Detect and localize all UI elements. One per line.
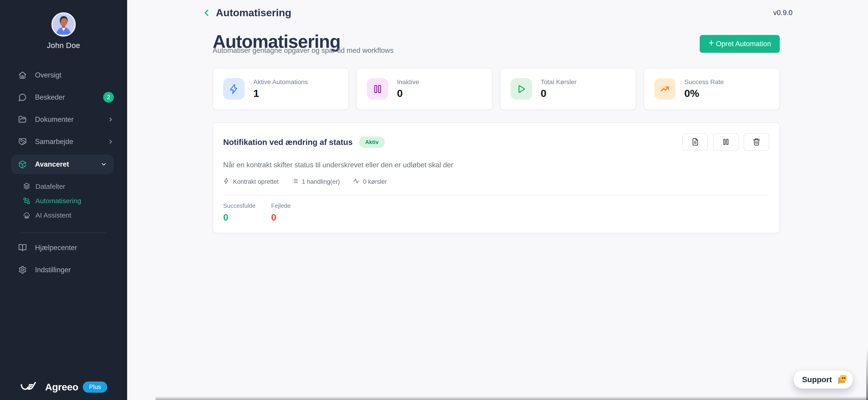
activity-icon bbox=[353, 178, 360, 186]
sidebar-item-label: Oversigt bbox=[35, 71, 61, 79]
unread-count-badge: 2 bbox=[103, 92, 114, 103]
sidebar-item-automatisering[interactable]: Automatisering bbox=[23, 194, 127, 208]
support-button[interactable]: Support bbox=[794, 370, 853, 389]
stat-value: 1 bbox=[253, 88, 308, 99]
app-root: John Doe Oversigt Beskeder 2 Doku bbox=[0, 0, 868, 400]
play-icon bbox=[510, 78, 532, 100]
folder-open-icon bbox=[18, 115, 27, 124]
successful-label: Succesfulde bbox=[223, 202, 256, 209]
agreeo-logo-icon bbox=[20, 381, 42, 393]
workflow-icon bbox=[23, 197, 30, 205]
sidebar-item-label: Datafelter bbox=[35, 182, 65, 190]
layers-icon bbox=[23, 182, 30, 190]
stat-card-success-rate: Success Rate 0% bbox=[644, 68, 780, 110]
topbar: Automatisering v0.9.0 bbox=[127, 0, 868, 19]
sidebar-item-label: Indstillinger bbox=[35, 266, 71, 274]
sidebar-item-label: Samarbejde bbox=[35, 138, 73, 146]
stat-label: Inaktive bbox=[397, 78, 419, 86]
sidebar-item-label: Dokumenter bbox=[35, 115, 74, 124]
sidebar-nav: Oversigt Beskeder 2 Dokumenter bbox=[0, 64, 127, 281]
successful-value: 0 bbox=[223, 212, 256, 223]
page-head-text: Automatisering Automatiser gentagne opga… bbox=[213, 33, 394, 55]
failed-value: 0 bbox=[271, 212, 291, 223]
user-name: John Doe bbox=[0, 41, 127, 50]
failed-runs: Fejlede 0 bbox=[271, 202, 291, 223]
stat-value: 0 bbox=[541, 88, 577, 99]
automation-actions bbox=[682, 133, 769, 151]
automation-card-header: Notifikation ved ændring af status Aktiv bbox=[223, 133, 769, 151]
sidebar: John Doe Oversigt Beskeder 2 Doku bbox=[0, 0, 127, 400]
chevron-left-icon bbox=[201, 7, 212, 18]
trending-up-icon bbox=[654, 78, 676, 100]
file-text-icon bbox=[691, 138, 699, 146]
stat-value: 0% bbox=[684, 88, 724, 99]
card-divider bbox=[223, 195, 769, 195]
runs-count-meta: 0 kørsler bbox=[353, 178, 387, 186]
book-open-icon bbox=[18, 243, 27, 252]
stat-label: Total Kørsler bbox=[541, 78, 577, 86]
sidebar-item-label: Automatisering bbox=[35, 197, 81, 205]
app-version: v0.9.0 bbox=[773, 9, 793, 17]
bottom-edge-shadow bbox=[155, 396, 868, 400]
plus-icon: + bbox=[708, 38, 714, 48]
gear-icon bbox=[18, 266, 27, 274]
sidebar-item-beskeder[interactable]: Beskeder 2 bbox=[0, 86, 127, 108]
handshake-icon bbox=[18, 137, 27, 146]
sidebar-item-label: Avanceret bbox=[35, 160, 69, 168]
sidebar-item-dokumenter[interactable]: Dokumenter bbox=[0, 108, 127, 131]
pause-automation-button[interactable] bbox=[713, 133, 739, 151]
page-head: Automatisering Automatiser gentagne opga… bbox=[213, 33, 780, 55]
user-block: John Doe bbox=[0, 0, 127, 50]
automation-meta-row: Kontrakt oprettet 1 handling(er) 0 kørsl… bbox=[223, 178, 769, 186]
create-automation-label: Opret Automation bbox=[716, 40, 771, 48]
zap-icon bbox=[223, 178, 229, 186]
automation-description: Når en kontrakt skifter status til under… bbox=[223, 161, 769, 169]
create-automation-button[interactable]: + Opret Automation bbox=[700, 35, 780, 53]
trigger-meta: Kontrakt oprettet bbox=[223, 178, 279, 186]
home-icon bbox=[18, 71, 27, 79]
status-badge: Aktiv bbox=[359, 136, 385, 148]
chevron-right-icon bbox=[107, 138, 114, 145]
sidebar-divider bbox=[21, 232, 106, 233]
sidebar-item-indstillinger[interactable]: Indstillinger bbox=[0, 259, 127, 281]
delete-automation-button[interactable] bbox=[744, 133, 769, 151]
pause-icon bbox=[367, 78, 388, 100]
package-check-icon bbox=[18, 160, 27, 169]
automation-results: Succesfulde 0 Fejlede 0 bbox=[223, 202, 769, 223]
sidebar-item-ai-assistent[interactable]: AI Assistent bbox=[23, 208, 127, 223]
list-icon bbox=[292, 178, 299, 186]
sidebar-subnav: Datafelter Automatisering AI Assistent bbox=[0, 179, 127, 223]
stat-value: 0 bbox=[397, 88, 419, 99]
sidebar-item-avanceret[interactable]: Avanceret bbox=[11, 155, 114, 174]
automation-title: Notifikation ved ændring af status bbox=[223, 138, 352, 147]
sidebar-item-hjaelpecenter[interactable]: Hjælpecenter bbox=[0, 237, 127, 259]
sidebar-item-datafelter[interactable]: Datafelter bbox=[23, 179, 127, 194]
stat-label: Success Rate bbox=[684, 78, 724, 86]
main-content: Automatisering v0.9.0 Automatisering Aut… bbox=[127, 0, 868, 400]
failed-label: Fejlede bbox=[271, 202, 291, 209]
stat-card-inaktive: Inaktive 0 bbox=[356, 68, 492, 110]
stat-label: Aktive Automations bbox=[253, 78, 308, 86]
runs-count-label: 0 kørsler bbox=[363, 178, 387, 186]
support-label: Support bbox=[802, 375, 832, 384]
sidebar-item-samarbejde[interactable]: Samarbejde bbox=[0, 131, 127, 153]
stat-card-aktive-automations: Aktive Automations 1 bbox=[213, 68, 349, 110]
stat-card-total-korsler: Total Kørsler 0 bbox=[500, 68, 636, 110]
sidebar-item-oversigt[interactable]: Oversigt bbox=[0, 64, 127, 86]
ai-cloud-icon bbox=[23, 211, 30, 219]
view-log-button[interactable] bbox=[682, 133, 708, 151]
automation-card: Notifikation ved ændring af status Aktiv bbox=[213, 122, 780, 233]
plan-badge[interactable]: Plus bbox=[83, 381, 107, 393]
sidebar-item-label: Hjælpecenter bbox=[35, 244, 77, 252]
sidebar-footer-nav: Hjælpecenter Indstillinger bbox=[0, 237, 127, 281]
topbar-title: Automatisering bbox=[216, 7, 291, 19]
sidebar-item-label: Beskeder bbox=[35, 93, 65, 101]
actions-count-label: 1 handling(er) bbox=[302, 178, 340, 186]
sidebar-item-label: AI Assistent bbox=[35, 211, 71, 219]
brand-name: Agreeo bbox=[45, 381, 78, 393]
avatar[interactable] bbox=[52, 12, 76, 37]
trash-icon bbox=[752, 138, 761, 146]
back-button[interactable] bbox=[201, 7, 212, 18]
stats-row: Aktive Automations 1 Inaktive 0 Total bbox=[213, 68, 780, 110]
page-subtitle: Automatiser gentagne opgaver og spar tid… bbox=[213, 46, 394, 55]
